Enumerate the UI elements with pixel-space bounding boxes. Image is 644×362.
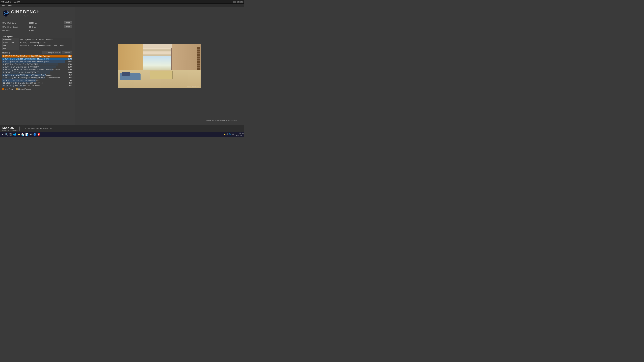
rank-item[interactable]: 2. 4C/8T @ 2.81 GHz, 11th Gen Intel Core… [2,58,72,60]
mp-ratio-row: MP Ratio 6.85 x [2,29,72,32]
rank-label: 1. 6C/12T @ 3.7 GHz, AMD Ryzen 9 5900X 1… [3,55,65,57]
multi-core-start-button[interactable]: Start [64,21,72,24]
room-window [143,48,172,72]
rank-item[interactable]: 7. 24C/48T @ 2.7 GHz, Intel Xeon W-3265M… [2,71,72,73]
menu-file[interactable]: File [1,4,5,7]
your-system-section: Your System Processor AMD Ryzen 9 5900X … [2,34,72,51]
rank-item[interactable]: 9. 16C/32T @ 3.4 GHz, AMD Ryzen Threadri… [2,76,72,79]
rank-item[interactable]: 1. 6C/12T @ 3.7 GHz, AMD Ryzen 9 5900X 1… [2,55,72,57]
taskbar-store-icon[interactable]: 🏪 [21,133,24,136]
info-label: Info [2,47,19,50]
app-body: CINEBENCH R23 CPU (Multi Core) 10556 pts… [0,7,244,125]
rank-label: 9. 16C/32T @ 3.4 GHz, AMD Ryzen Threadri… [3,77,65,79]
ranking-section: Ranking CPU (Single Core) CPU (Multi Cor… [2,51,72,87]
taskbar-time: 20:36 [236,132,244,134]
maxon-company-name: MAXON [2,126,14,130]
left-panel: CINEBENCH R23 CPU (Multi Core) 10556 pts… [0,7,75,125]
rank-score: 1382 [65,61,72,62]
taskbar-language[interactable]: ISL [232,133,234,135]
processor-value: AMD Ryzen 9 5900X 12-Core Processor [19,38,72,41]
ranking-mode-dropdown[interactable]: CPU (Single Core) CPU (Multi Core) [42,51,61,54]
maximize-button[interactable]: □ [237,1,240,3]
taskbar-network-icon[interactable]: 🌐 [229,133,231,135]
taskbar-chrome-icon[interactable]: 🔵 [33,133,36,136]
cores-label: Cores x GHz [2,41,19,44]
taskbar-folder-icon[interactable]: 📁 [17,133,20,136]
rank-label: 4. 4C/8T @ 4.2 GHz, Intel Core i7-7700K … [3,63,65,65]
single-core-label: CPU (Single Core) [2,26,29,28]
rank-label: 7. 24C/48T @ 2.7 GHz, Intel Xeon W-3265M… [3,71,65,73]
os-label: OS [2,44,19,47]
legend-identical-system: Identical System [16,88,30,90]
svg-point-2 [5,12,7,14]
your-score-label: Your Score [5,88,13,90]
rank-label: 11. 12C/24T @ 2.7 GHz, Intel Xeon CPU E5… [3,82,65,84]
minimize-button[interactable]: ─ [234,1,236,3]
taskbar-vlc-icon[interactable]: 🎬 [9,133,12,136]
rank-score: 750 [65,79,72,81]
rank-item[interactable]: 3. 4C/8T @ 1.69 GHz, 11th Gen Intel Core… [2,60,72,63]
logo-area: CINEBENCH R23 [2,9,72,18]
render-preview: www.renderbaron.de [118,44,200,88]
taskbar-date: 13.5.2021 [236,134,244,137]
taskbar: ⊞ 🔍 🎬 🌐 📁 🏪 📊 🎮 🔵 🎯 🔔 🔊 🌐 ISL 20:36 13.5… [0,132,244,137]
rank-score: 1183 [65,66,72,68]
rank-score: 1230 [65,63,72,65]
rank-item[interactable]: 8. 8C/16T @ 3.4 GHz, AMD Ryzen 7 1700X E… [2,74,72,76]
app-name: CINEBENCH [11,10,40,14]
rank-score: 959 [65,74,72,76]
ranking-list: 1. 6C/12T @ 3.7 GHz, AMD Ryzen 9 5900X 1… [2,55,72,87]
rank-item[interactable]: 6. 32C/64T @ 3 GHz, AMD Ryzen Threadripp… [2,68,72,71]
close-button[interactable]: ✕ [240,1,243,3]
rank-label: 5. 8C/16T @ 2.3 GHz, Intel Core i9-9880H… [3,66,65,68]
mp-ratio-value: 6.85 x [29,29,72,31]
your-system-title: Your System [2,35,72,37]
maxon-tagline: 3D FOR THE REAL WORLD [21,128,52,130]
right-panel: www.renderbaron.de Click on the 'Start' … [75,7,244,125]
rank-item[interactable]: 5. 8C/16T @ 2.3 GHz, Intel Core i9-9880H… [2,66,72,68]
rank-item[interactable]: 4. 4C/8T @ 4.2 GHz, Intel Core i7-7700K … [2,63,72,65]
window-controls: ─ □ ✕ [234,1,243,3]
taskbar-browser-icon[interactable]: 🌐 [13,133,16,136]
render-watermark: www.renderbaron.de [187,85,199,87]
ranking-header: Ranking CPU (Single Core) CPU (Multi Cor… [2,51,72,54]
multi-core-row: CPU (Multi Core) 10556 pts Start [2,21,72,25]
rank-item[interactable]: 11. 12C/24T @ 2.7 GHz, Intel Xeon CPU E5… [2,82,72,84]
menu-bar: File Help [0,4,244,7]
rank-score: 1058 [65,71,72,73]
details-label: Details [64,52,69,54]
maxon-logo: MAXON A NEMETSCHEK COMPANY 3D FOR THE RE… [2,126,52,131]
info-value[interactable] [19,47,72,50]
search-taskbar-icon[interactable]: 🔍 [5,133,8,136]
bottom-hint: Click on the 'Start' button to run the t… [205,120,238,122]
taskbar-steam-icon[interactable]: 🎮 [29,133,32,136]
maxon-sub-text: A NEMETSCHEK COMPANY [2,130,18,131]
app-logo-icon [2,10,10,17]
processor-row: Processor AMD Ryzen 9 5900X 12-Core Proc… [2,38,72,41]
os-row: OS Windows 10, 64 Bit, Professional Edit… [2,44,72,47]
bookshelf [197,47,200,72]
single-core-start-button[interactable]: Start [64,25,72,28]
rank-score: 1532 [65,58,72,60]
system-info-table: Processor AMD Ryzen 9 5900X 12-Core Proc… [2,38,72,50]
taskbar-volume-icon[interactable]: 🔊 [226,133,228,135]
os-value: Windows 10, 64 Bit, Professional Edition… [19,44,72,47]
your-score-dot [2,88,4,90]
details-button[interactable]: Details ▼ [62,51,72,54]
cores-row: Cores x GHz 6 Cores, 12 Threads @ 3.7 GH… [2,41,72,44]
start-button[interactable]: ⊞ [1,133,4,136]
single-core-value: 1541 pts [29,26,64,28]
taskbar-excel-icon[interactable]: 📊 [25,133,28,136]
taskbar-notification-icon[interactable]: 🔔 [224,133,226,135]
rank-item[interactable]: 10. 4C/8T @ 2.3 GHz, Intel Core i7-4850H… [2,79,72,82]
menu-help[interactable]: Help [8,4,12,7]
info-input[interactable] [20,47,72,49]
taskbar-clock[interactable]: 20:36 13.5.2021 [236,132,244,137]
footer-bar: MAXON A NEMETSCHEK COMPANY 3D FOR THE RE… [0,125,244,132]
rank-item[interactable]: 12. 12C/24T @ 2.66 GHz, Intel Xeon CPU X… [2,84,72,87]
info-row: Info [2,47,72,50]
taskbar-cinebench-icon[interactable]: 🎯 [37,133,40,136]
rank-label: 12. 12C/24T @ 2.66 GHz, Intel Xeon CPU X… [3,85,65,87]
rank-score: 653 [65,82,72,84]
sofa-pillow [122,72,130,76]
